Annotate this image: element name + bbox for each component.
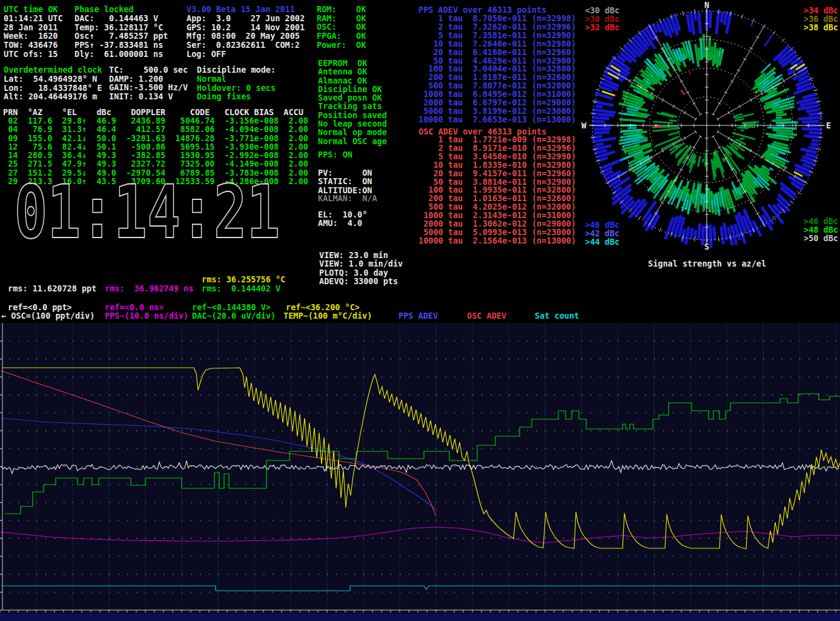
pps-status: PPS: ON xyxy=(318,150,352,159)
osc-adev-plot-label: OSC ADEV xyxy=(467,311,506,320)
text-line: Temp: 36.128117 °C xyxy=(74,23,168,32)
text-line: Mfg: 08:00 20 May 2005 xyxy=(187,32,305,41)
text-line: Osc↑ 7.485257 ppt xyxy=(74,32,168,41)
selftest-block: ROM: OKRAM: OKOSC: OKFPGA: OKPower: OK xyxy=(317,5,366,50)
polar-cardinal-N: N xyxy=(704,0,709,10)
scale-pps-label: PPS~(10.0 ns/div) xyxy=(105,311,188,320)
discipline-mode-title: Discipline mode: xyxy=(197,65,276,75)
rms-temp: rms: 36.255756 °C xyxy=(202,275,285,284)
scale-temp-label: TEMP~(100 m°C/div) xyxy=(283,311,372,320)
text-line: Saved posn OK xyxy=(318,93,387,102)
text-line: No leap second xyxy=(318,119,387,128)
phase-status-title: Phase locked xyxy=(74,5,134,14)
text-line: Normal op mode xyxy=(318,128,387,136)
text-line: 25 271.5 47.9↑ 49.3 2327.72 7325.00 -4.1… xyxy=(3,159,308,168)
rms-dac: rms: 0.144402 V xyxy=(202,284,280,293)
text-line: Almanac OK xyxy=(318,76,387,85)
position-block: Lat: 54.4964928° NLon: 18.4337848° EAlt:… xyxy=(4,75,102,101)
utc-status-title: UTC time OK xyxy=(4,5,58,14)
text-line: STATIC: ON xyxy=(318,177,372,185)
amu-mask: AMU: 4.0 xyxy=(318,219,362,228)
text-line: Discipline OK xyxy=(318,85,387,93)
text-line: Holdover: 0 secs xyxy=(197,84,276,93)
text-line: DAMP: 1.200 xyxy=(109,75,188,84)
text-line: Log: OFF xyxy=(187,50,305,59)
text-line: 04 76.9 31.3↑ 46.4 412.57 8582.06 -4.094… xyxy=(3,125,308,133)
text-line: RAM: OK xyxy=(317,14,366,23)
text-line: 14 280.9 36.4↓ 49.3 -382.85 1930.95 -2.9… xyxy=(3,151,308,159)
text-line: TC: 500.0 sec xyxy=(109,65,188,75)
text-line: Normal OSC age xyxy=(318,137,387,145)
text-line: 28 Jan 2011 xyxy=(4,23,63,32)
text-line: 02 117.6 29.8↑ 46.9 2436.89 5046.74 -3.1… xyxy=(3,116,308,125)
phase-block: DAC: 0.144463 VTemp: 36.128117 °COsc↑ 7.… xyxy=(74,14,168,59)
osc-adev-table: 1 tau 1.7721e-009 (n=32998) 2 tau 8.9171… xyxy=(418,136,576,245)
polar-cardinal-W: W xyxy=(581,121,587,130)
text-line: Week: 1620 xyxy=(4,32,63,41)
text-line: EEPROM OK xyxy=(318,59,387,67)
text-line: TOW: 436476 xyxy=(4,41,63,50)
text-line: App: 3.0 27 Jun 2002 xyxy=(187,14,305,23)
text-line: Lat: 54.4964928° N xyxy=(4,75,102,84)
text-line: Lon: 18.4337848° E xyxy=(4,84,102,93)
sat-count-plot-label: Sat count xyxy=(535,311,579,320)
sat-table-rows: 02 117.6 29.8↑ 46.9 2436.89 5046.74 -3.1… xyxy=(3,116,308,185)
digital-clock: 01:14:21 xyxy=(13,181,283,250)
kalman-status: KALMAN: N/A xyxy=(318,194,377,203)
pps-adev-plot-label: PPS ADEV xyxy=(399,311,438,320)
text-line: INIT: 0.134 V xyxy=(109,92,188,101)
digital-clock-time: 01:14:21 xyxy=(14,181,280,250)
text-line: DAC: 0.144463 V xyxy=(74,14,168,23)
text-line: Antenna OK xyxy=(318,67,387,76)
loop-params-block: TC: 500.0 secDAMP: 1.200GAIN:-3.500 Hz/V… xyxy=(109,65,188,101)
text-line: UTC ofs: 15 xyxy=(4,50,63,59)
text-line: 10000 tau 7.6653e-013 (n=13000) xyxy=(418,116,576,124)
text-line: OSC: OK xyxy=(317,22,366,32)
polar-cardinal-S: S xyxy=(704,242,709,251)
text-line: GAIN:-3.500 Hz/V xyxy=(109,83,188,92)
text-line: ROM: OK xyxy=(317,5,366,14)
text-line: 01:14:21 UTC xyxy=(4,14,63,23)
text-line: Ser: 0.82362611 COM:2 xyxy=(187,41,305,50)
text-line: 27 151.2 29.5↓ 49.0 -2970.54 6789.85 -3.… xyxy=(3,168,308,177)
text-line: PV: ON xyxy=(318,168,372,177)
text-line: GPS: 10.2 14 Nov 2001 xyxy=(187,23,305,32)
version-title: V3.00 Beta 15 Jan 2011 xyxy=(187,5,295,14)
strip-chart-plot-area[interactable] xyxy=(0,323,840,621)
text-line: FPGA: OK xyxy=(317,32,366,41)
pps-adev-table: 1 tau 8.7050e-011 (n=32998) 2 tau 7.3262… xyxy=(418,15,576,124)
discipline-block: NormalHoldover: 0 secsDoing fixes xyxy=(197,75,276,101)
utc-time-block: 01:14:21 UTC28 Jan 2011Week: 1620TOW: 43… xyxy=(4,14,63,59)
text-line: 09 155.0 42.1↓ 50.0 -3281.63 14876.28 -3… xyxy=(3,134,308,142)
plot-marker-bar xyxy=(0,614,840,621)
text-line: PLOTQ: 3.0 day xyxy=(319,268,403,277)
polar-caption: Signal strength vs az/el xyxy=(648,259,766,268)
lady-heather-screen: UTC time OK 01:14:21 UTC28 Jan 2011Week:… xyxy=(0,0,840,621)
text-line: Normal xyxy=(197,75,276,84)
text-line: PPS↑ -37.833481 ns xyxy=(74,41,168,50)
scale-osc-label: ← OSC=(100 ppt/div) xyxy=(1,311,94,320)
text-line: VIEW: 1.0 min/div xyxy=(319,259,403,268)
version-block: App: 3.0 27 Jun 2002GPS: 10.2 14 Nov 200… xyxy=(187,14,305,59)
health-block: EEPROM OKAntenna OKAlmanac OKDiscipline … xyxy=(318,59,387,145)
text-line: Tracking sats xyxy=(318,102,387,110)
text-line: Power: OK xyxy=(317,41,366,50)
view-block: VIEW: 23.0 minVIEW: 1.0 min/divPLOTQ: 3.… xyxy=(319,251,403,285)
signal-strength-polar-map: NESW xyxy=(574,0,840,257)
scale-dac-label: DAC~(20.0 uV/div) xyxy=(192,311,276,320)
text-line: Doing fixes xyxy=(197,92,276,101)
receiver-mode-title: Overdetermined clock xyxy=(4,65,102,75)
text-line: Alt: 204.46449176 m xyxy=(4,92,102,101)
text-line: 10000 tau 2.1564e-013 (n=13000) xyxy=(418,237,576,245)
fix-modes-block: PV: ONSTATIC: ONALTITUDE:ON xyxy=(318,168,372,194)
text-line: VIEW: 23.0 min xyxy=(319,251,403,259)
text-line: Position saved xyxy=(318,111,387,119)
rms-pps: rms: 36.962749 ns xyxy=(105,284,193,293)
text-line: Dly: 61.000001 ns xyxy=(74,50,168,59)
text-line: ADEVQ: 33000 pts xyxy=(319,277,403,285)
text-line: 12 75.6 82.4↓ 50.1 -500.86 5695.15 -3.93… xyxy=(3,142,308,151)
polar-cardinal-E: E xyxy=(826,121,831,130)
rms-osc: rms: 11.620728 ppt xyxy=(8,284,96,293)
